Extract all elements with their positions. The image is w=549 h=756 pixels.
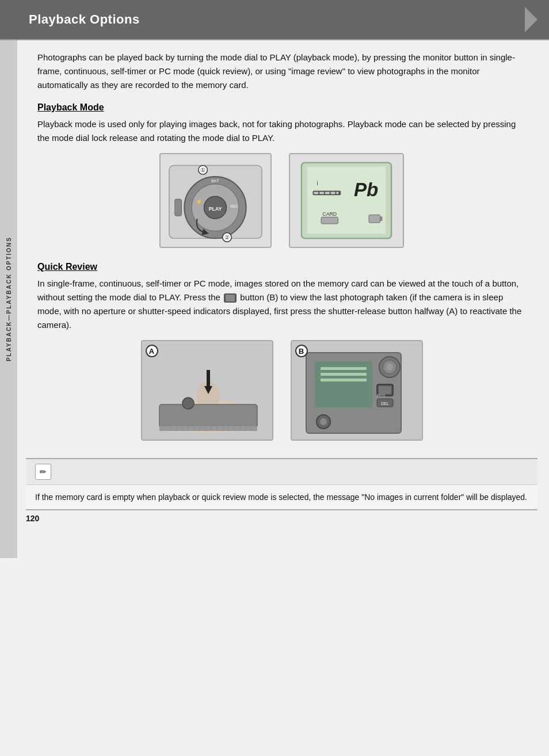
photo-b-svg: DEL MON — [292, 341, 423, 441]
pencil-glyph: ✏ — [40, 467, 47, 476]
main-content: Photographs can be played back by turnin… — [26, 40, 537, 441]
svg-rect-36 — [159, 426, 257, 431]
pencil-icon: ✏ — [35, 464, 51, 480]
svg-rect-56 — [321, 373, 367, 376]
svg-text:②: ② — [224, 234, 230, 240]
quick-review-diagrams: A — [37, 340, 526, 441]
bottom-note: ✏ If the memory card is empty when playb… — [26, 458, 537, 510]
note-container: ✏ If the memory card is empty when playb… — [26, 458, 537, 510]
page-title: Playback Options — [29, 12, 140, 27]
svg-rect-13 — [175, 199, 182, 216]
quick-review-paragraph: In single-frame, continuous, self-timer … — [37, 277, 526, 332]
svg-rect-27 — [380, 216, 383, 221]
note-header: ✏ — [26, 459, 537, 485]
svg-text:①: ① — [200, 167, 205, 173]
svg-rect-59 — [379, 386, 391, 394]
photo-a-label: A — [146, 345, 158, 357]
svg-rect-19 — [314, 192, 318, 194]
svg-text:ISO: ISO — [230, 204, 237, 208]
svg-point-33 — [182, 398, 194, 409]
svg-rect-23 — [336, 192, 338, 194]
photo-b-image: DEL MON B — [292, 341, 422, 440]
monitor-button-icon — [224, 293, 237, 303]
playback-mode-paragraph: Playback mode is used only for playing i… — [37, 117, 526, 145]
header-bar: Playback Options — [0, 0, 549, 39]
svg-text:i: i — [317, 180, 318, 186]
svg-text:CARD: CARD — [322, 211, 337, 217]
svg-point-65 — [386, 364, 393, 371]
svg-text:PLAY: PLAY — [209, 206, 222, 212]
photo-diagram-a: A — [141, 340, 273, 441]
section-heading-playback-mode: Playback Mode — [37, 102, 526, 113]
mode-dial-diagram: PLAY BKT ISO ⚡ ① ② — [159, 153, 272, 248]
photo-a-image: A — [142, 341, 272, 440]
svg-text:DEL: DEL — [381, 402, 389, 406]
svg-text:Pb: Pb — [354, 179, 378, 200]
svg-rect-32 — [159, 404, 257, 427]
svg-text:MON: MON — [377, 394, 385, 397]
svg-rect-57 — [321, 379, 367, 381]
svg-rect-25 — [321, 217, 338, 224]
svg-point-67 — [320, 418, 327, 425]
lcd-screen-diagram: Pb CARD i — [289, 153, 404, 248]
svg-text:⚡: ⚡ — [196, 198, 203, 205]
sidebar-text: PLAYBACK—PLAYBACK OPTIONS — [6, 236, 12, 361]
svg-rect-55 — [321, 367, 367, 370]
svg-rect-20 — [319, 192, 324, 194]
svg-rect-26 — [369, 215, 380, 223]
svg-rect-21 — [325, 192, 330, 194]
svg-text:BKT: BKT — [211, 179, 219, 183]
photo-diagram-b: DEL MON B — [291, 340, 423, 441]
playback-mode-diagrams: PLAY BKT ISO ⚡ ① ② — [37, 153, 526, 248]
lcd-svg: Pb CARD i — [290, 154, 403, 247]
page-number: 120 — [0, 510, 549, 529]
intro-paragraph: Photographs can be played back by turnin… — [37, 51, 526, 92]
photo-b-label: B — [295, 345, 308, 357]
header-arrow-decoration — [525, 7, 537, 32]
section-heading-quick-review: Quick Review — [37, 262, 526, 272]
sidebar-label: PLAYBACK—PLAYBACK OPTIONS — [0, 40, 17, 558]
photo-a-svg — [142, 341, 273, 441]
mode-dial-svg: PLAY BKT ISO ⚡ ① ② — [161, 154, 270, 247]
note-text: If the memory card is empty when playbac… — [26, 485, 537, 509]
svg-rect-22 — [331, 192, 336, 194]
